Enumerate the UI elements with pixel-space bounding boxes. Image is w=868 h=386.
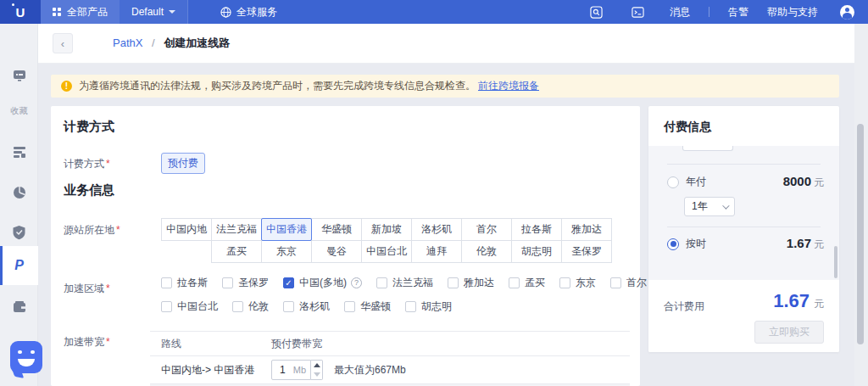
- origin-option[interactable]: 拉各斯: [511, 218, 562, 241]
- origin-option[interactable]: 胡志明: [511, 240, 562, 263]
- chevron-down-icon: [169, 10, 175, 14]
- project-selector[interactable]: Default: [120, 0, 188, 24]
- duration-select[interactable]: 1年: [684, 197, 735, 216]
- monitor-icon: [12, 68, 27, 83]
- region-checkbox[interactable]: ✓首尔: [610, 276, 647, 290]
- origin-option[interactable]: 洛杉矶: [411, 218, 462, 241]
- logo-letter: U: [16, 5, 25, 20]
- support-chat-button[interactable]: [10, 341, 42, 373]
- region-checkbox[interactable]: ✓圣保罗: [222, 276, 269, 290]
- origin-option[interactable]: 首尔: [461, 218, 512, 241]
- origin-option[interactable]: 新加坡: [361, 218, 412, 241]
- page-title: 创建加速线路: [164, 36, 230, 49]
- clipped-select-box: [682, 146, 733, 151]
- ucloud-logo[interactable]: U: [0, 0, 41, 24]
- origin-option[interactable]: 中国台北: [361, 240, 412, 263]
- region-checkbox[interactable]: ✓东京: [559, 276, 596, 290]
- cross-border-filing-link[interactable]: 前往跨境报备: [478, 79, 539, 93]
- origin-option[interactable]: 法兰克福: [211, 218, 262, 241]
- alerts-link[interactable]: 告警: [728, 5, 748, 20]
- checkbox-icon: ✓: [222, 277, 233, 288]
- max-value-hint: 最大值为667Mb: [334, 363, 406, 378]
- accel-region-label: 加速区域*: [64, 282, 110, 296]
- panel-scrollbar-thumb[interactable]: [834, 246, 837, 278]
- bandwidth-input[interactable]: 1 Mb: [271, 360, 311, 380]
- payment-scroll-area[interactable]: 年付 8000元 1年 按时 1.67元: [648, 146, 839, 280]
- region-checkbox[interactable]: ✓华盛顿: [344, 299, 391, 314]
- stepper-up-button[interactable]: [311, 361, 322, 370]
- sidebar-item-monitor[interactable]: [0, 185, 38, 200]
- console-button[interactable]: [632, 6, 644, 19]
- user-avatar[interactable]: [840, 5, 854, 20]
- warning-text: 为遵循跨境通讯的法律法规，购买涉及跨境产品时，需要先完成跨境专线信息合规检查。: [79, 79, 476, 93]
- hourly-label: 按时: [686, 237, 706, 251]
- chat-smile-icon: [18, 359, 35, 366]
- region-checkbox[interactable]: ✓伦敦: [232, 299, 269, 314]
- origin-option[interactable]: 华盛顿: [311, 218, 362, 241]
- top-navbar: U 全部产品 Default 全球服务 消息 告警 帮助与支持: [0, 0, 868, 24]
- chat-smiley-icon: [18, 350, 22, 354]
- origin-option[interactable]: 伦敦: [461, 240, 512, 263]
- grid-icon: [53, 8, 61, 16]
- sidebar-item-security[interactable]: [0, 225, 38, 240]
- all-products-menu[interactable]: 全部产品: [41, 0, 120, 24]
- origin-option-selected[interactable]: 中国香港: [261, 218, 312, 241]
- global-services-menu[interactable]: 全球服务: [209, 0, 289, 24]
- region-checkbox[interactable]: ✓中国台北: [161, 299, 218, 314]
- region-checkbox[interactable]: ✓拉各斯: [161, 276, 208, 290]
- region-checkbox-checked[interactable]: ✓中国(多地)?: [283, 276, 362, 290]
- sidebar-item-resources[interactable]: [0, 144, 38, 159]
- sidebar-item-pathx-active[interactable]: P: [0, 246, 38, 285]
- total-cost-value: 1.67元: [773, 290, 824, 312]
- stepper-down-button[interactable]: [311, 370, 322, 379]
- yearly-label: 年付: [686, 175, 706, 189]
- back-button[interactable]: ‹: [53, 33, 73, 53]
- payment-panel-footer: 合计费用 1.67元 立即购买: [648, 280, 839, 352]
- origin-option[interactable]: 圣保罗: [561, 240, 612, 263]
- region-checkbox[interactable]: ✓洛杉矶: [283, 299, 330, 314]
- origin-option[interactable]: 曼谷: [311, 240, 362, 263]
- breadcrumb-pathx-link[interactable]: PathX: [113, 36, 142, 49]
- checkbox-icon: ✓: [448, 277, 459, 288]
- sidebar-item-overview[interactable]: [0, 68, 38, 83]
- project-label: Default: [131, 6, 164, 18]
- sidebar-favorites-label: 收藏: [0, 105, 38, 117]
- sidebar-item-billing[interactable]: [0, 299, 38, 315]
- origin-option[interactable]: 雅加达: [561, 218, 612, 241]
- origin-option[interactable]: 东京: [261, 240, 312, 263]
- search-button[interactable]: [590, 6, 603, 19]
- buy-now-button-disabled[interactable]: 立即购买: [754, 321, 824, 344]
- region-checkbox[interactable]: ✓胡志明: [405, 299, 452, 314]
- region-checkbox[interactable]: ✓孟买: [509, 276, 545, 290]
- hourly-radio-selected[interactable]: [667, 238, 679, 250]
- origin-option[interactable]: 中国内地: [161, 218, 212, 241]
- server-list-icon: [12, 144, 27, 159]
- region-row-1: ✓拉各斯 ✓圣保罗 ✓中国(多地)? ✓法兰克福 ✓雅加达 ✓孟买 ✓东京 ✓首…: [161, 276, 629, 289]
- business-section-title: 业务信息: [64, 182, 114, 199]
- page-scrollbar-thumb[interactable]: [857, 124, 864, 344]
- checkbox-icon: ✓: [559, 277, 570, 288]
- column-route: 路线: [150, 337, 271, 351]
- checkbox-icon: ✓: [232, 301, 243, 312]
- origin-option[interactable]: 孟买: [211, 240, 262, 263]
- checkbox-icon: ✓: [344, 301, 355, 312]
- origin-option[interactable]: 迪拜: [411, 240, 462, 263]
- prepaid-option-button[interactable]: 预付费: [161, 153, 205, 174]
- origin-location-group: 中国内地 法兰克福 中国香港 华盛顿 新加坡 洛杉矶 首尔 拉各斯 雅加达 孟买…: [161, 218, 636, 263]
- checkbox-icon: ✓: [509, 277, 520, 288]
- breadcrumb-separator: /: [152, 36, 155, 49]
- globe-icon: [220, 7, 231, 18]
- region-checkbox[interactable]: ✓雅加达: [448, 276, 494, 290]
- help-circle-icon[interactable]: ?: [351, 277, 362, 288]
- bandwidth-table-header: 路线 预付费带宽: [150, 332, 630, 356]
- arrow-down-icon: [314, 372, 320, 377]
- checkbox-icon: ✓: [283, 301, 294, 312]
- all-products-label: 全部产品: [67, 5, 108, 20]
- help-support-link[interactable]: 帮助与支持: [767, 5, 818, 20]
- yearly-radio[interactable]: [667, 176, 679, 188]
- region-checkbox[interactable]: ✓法兰克福: [376, 276, 433, 290]
- hourly-payment-row: 按时 1.67元: [667, 236, 824, 252]
- messages-link[interactable]: 消息: [670, 5, 690, 20]
- page-scrollbar[interactable]: [854, 24, 868, 386]
- global-services-label: 全球服务: [236, 5, 277, 20]
